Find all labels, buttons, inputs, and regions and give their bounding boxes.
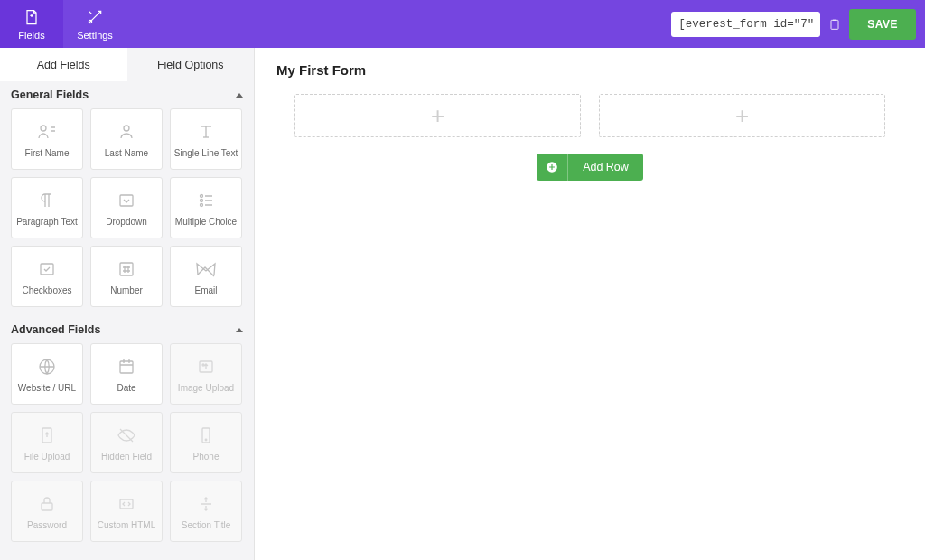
file-upload-icon <box>36 425 58 446</box>
sidebar-tabs: Add Fields Field Options <box>0 48 254 81</box>
section-advanced-title: Advanced Fields <box>11 323 100 336</box>
field-card-label: Number <box>108 285 145 295</box>
website-url-icon <box>36 356 58 378</box>
general-grid: First NameLast NameSingle Line TextParag… <box>0 108 254 316</box>
add-row-text: Add Row <box>568 154 643 181</box>
tab-fields[interactable]: Fields <box>0 0 63 48</box>
svg-rect-1 <box>831 20 838 29</box>
svg-point-16 <box>205 439 207 441</box>
field-card-checkboxes[interactable]: Checkboxes <box>11 246 83 307</box>
svg-point-5 <box>201 194 203 197</box>
field-card-date[interactable]: Date <box>90 343 163 405</box>
field-card-label: Paragraph Text <box>14 217 79 227</box>
number-icon <box>116 258 137 280</box>
multiple-choice-icon <box>195 190 217 211</box>
file-icon <box>23 8 41 26</box>
svg-point-13 <box>202 364 204 366</box>
svg-point-6 <box>201 199 203 201</box>
field-card-label: Password <box>25 520 69 530</box>
field-card-custom-html: Custom HTML <box>90 481 163 542</box>
sidebar-tab-field-options[interactable]: Field Options <box>127 48 255 81</box>
field-card-label: Hidden Field <box>99 452 154 462</box>
field-card-password: Password <box>11 481 83 542</box>
field-card-label: Phone <box>192 452 221 462</box>
field-card-number[interactable]: Number <box>90 246 163 307</box>
drop-zone-left[interactable]: + <box>294 94 581 137</box>
field-card-website-url[interactable]: Website / URL <box>11 343 83 405</box>
canvas: My First Form + + Add Row <box>255 48 925 560</box>
password-icon <box>36 493 58 515</box>
section-general-header[interactable]: General Fields <box>0 81 254 108</box>
single-line-text-icon <box>195 121 217 143</box>
field-card-email[interactable]: Email <box>170 246 242 307</box>
hidden-field-icon <box>116 425 137 446</box>
field-card-multiple-choice[interactable]: Multiple Choice <box>170 177 242 238</box>
svg-point-7 <box>201 203 203 206</box>
email-icon <box>195 258 217 280</box>
field-card-hidden-field: Hidden Field <box>90 412 163 473</box>
svg-point-3 <box>124 126 129 131</box>
field-card-paragraph-text[interactable]: Paragraph Text <box>11 177 83 238</box>
field-card-dropdown[interactable]: Dropdown <box>90 177 163 238</box>
field-card-label: Dropdown <box>104 217 149 227</box>
checkboxes-icon <box>36 258 58 280</box>
field-card-label: Single Line Text <box>173 148 239 158</box>
clipboard-icon[interactable] <box>827 17 842 32</box>
save-button[interactable]: SAVE <box>849 9 916 40</box>
plus-icon: + <box>431 104 444 127</box>
topbar: Fields Settings SAVE <box>0 0 925 48</box>
shortcode-input[interactable] <box>671 12 820 37</box>
svg-point-2 <box>41 126 46 131</box>
field-card-label: Date <box>115 383 137 393</box>
field-card-label: Custom HTML <box>96 520 157 530</box>
topbar-spacer <box>126 0 671 48</box>
field-card-label: Website / URL <box>16 383 78 393</box>
field-card-label: Section Title <box>180 520 232 530</box>
field-card-section-title: Section Title <box>170 481 242 542</box>
field-card-phone: Phone <box>170 412 242 473</box>
field-card-label: Checkboxes <box>20 285 73 295</box>
field-card-file-upload: File Upload <box>11 412 83 473</box>
image-upload-icon <box>195 356 217 378</box>
chevron-up-icon <box>236 93 243 98</box>
section-advanced-header[interactable]: Advanced Fields <box>0 316 254 343</box>
svg-rect-17 <box>42 503 52 510</box>
field-card-label: First Name <box>23 148 71 158</box>
field-card-label: Email <box>192 285 219 295</box>
phone-icon <box>195 425 217 446</box>
add-row-button[interactable]: Add Row <box>537 154 643 181</box>
field-card-label: Multiple Choice <box>173 217 238 227</box>
form-title[interactable]: My First Form <box>276 62 903 78</box>
plus-icon: + <box>735 104 749 127</box>
sidebar-tab-add-fields[interactable]: Add Fields <box>0 48 127 81</box>
sidebar: Add Fields Field Options General Fields … <box>0 48 255 560</box>
svg-rect-8 <box>41 264 53 275</box>
field-card-single-line-text[interactable]: Single Line Text <box>170 108 242 170</box>
field-card-first-name[interactable]: First Name <box>11 108 83 170</box>
plus-circle-icon <box>537 154 568 181</box>
field-card-image-upload: Image Upload <box>170 343 242 405</box>
custom-html-icon <box>116 493 137 515</box>
svg-rect-9 <box>120 263 133 275</box>
chevron-up-icon <box>236 328 243 332</box>
date-icon <box>116 356 137 378</box>
settings-icon <box>86 8 104 26</box>
workspace: Add Fields Field Options General Fields … <box>0 48 925 560</box>
field-card-label: File Upload <box>23 452 72 462</box>
first-name-icon <box>36 121 58 143</box>
svg-rect-4 <box>120 195 133 206</box>
paragraph-text-icon <box>36 190 58 211</box>
dropdown-icon <box>116 190 137 211</box>
field-card-label: Image Upload <box>176 383 236 393</box>
add-row-wrap: Add Row <box>276 154 903 181</box>
last-name-icon <box>116 121 137 143</box>
advanced-grid: Website / URLDateImage UploadFile Upload… <box>0 343 254 551</box>
tab-settings[interactable]: Settings <box>63 0 126 48</box>
section-title-icon <box>195 493 217 515</box>
section-general-title: General Fields <box>11 89 89 101</box>
tab-settings-label: Settings <box>77 30 113 41</box>
layout-row: + + <box>294 94 885 137</box>
drop-zone-right[interactable]: + <box>599 94 885 137</box>
svg-rect-11 <box>120 361 133 373</box>
field-card-last-name[interactable]: Last Name <box>90 108 163 170</box>
